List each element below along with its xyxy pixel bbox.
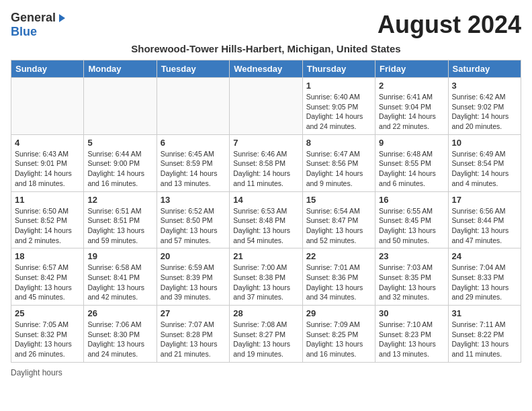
weekday-header-saturday: Saturday (448, 60, 521, 78)
calendar-cell: 19Sunrise: 6:58 AM Sunset: 8:41 PM Dayli… (84, 248, 157, 306)
day-detail: Sunrise: 7:08 AM Sunset: 8:27 PM Dayligh… (233, 320, 298, 359)
day-detail: Sunrise: 6:52 AM Sunset: 8:50 PM Dayligh… (161, 206, 226, 246)
calendar-cell: 20Sunrise: 6:59 AM Sunset: 8:39 PM Dayli… (157, 248, 229, 306)
calendar-cell: 3Sunrise: 6:42 AM Sunset: 9:02 PM Daylig… (448, 78, 521, 135)
day-detail: Sunrise: 6:41 AM Sunset: 9:04 PM Dayligh… (379, 92, 444, 132)
calendar-cell (230, 78, 302, 135)
day-detail: Sunrise: 6:50 AM Sunset: 8:52 PM Dayligh… (15, 206, 80, 246)
day-detail: Sunrise: 7:10 AM Sunset: 8:23 PM Dayligh… (379, 320, 444, 359)
day-detail: Sunrise: 7:07 AM Sunset: 8:28 PM Dayligh… (161, 320, 226, 359)
calendar-cell (84, 78, 157, 135)
day-detail: Sunrise: 6:43 AM Sunset: 9:01 PM Dayligh… (15, 149, 80, 189)
calendar-cell: 21Sunrise: 7:00 AM Sunset: 8:38 PM Dayli… (230, 248, 302, 306)
calendar-week-4: 18Sunrise: 6:57 AM Sunset: 8:42 PM Dayli… (11, 248, 521, 306)
day-number: 18 (15, 251, 80, 261)
day-detail: Sunrise: 6:49 AM Sunset: 8:54 PM Dayligh… (452, 149, 517, 189)
calendar-week-1: 1Sunrise: 6:40 AM Sunset: 9:05 PM Daylig… (11, 78, 521, 135)
day-detail: Sunrise: 6:59 AM Sunset: 8:39 PM Dayligh… (161, 263, 226, 302)
day-number: 6 (161, 138, 226, 148)
calendar-cell: 11Sunrise: 6:50 AM Sunset: 8:52 PM Dayli… (11, 191, 84, 248)
day-number: 5 (87, 138, 152, 148)
day-detail: Sunrise: 6:44 AM Sunset: 9:00 PM Dayligh… (87, 149, 152, 189)
day-detail: Sunrise: 7:05 AM Sunset: 8:32 PM Dayligh… (15, 320, 80, 359)
logo-blue-text: Blue (11, 25, 37, 39)
day-detail: Sunrise: 6:56 AM Sunset: 8:44 PM Dayligh… (452, 206, 517, 246)
calendar-cell: 16Sunrise: 6:55 AM Sunset: 8:45 PM Dayli… (375, 191, 448, 248)
day-detail: Sunrise: 6:58 AM Sunset: 8:41 PM Dayligh… (87, 263, 152, 302)
calendar-week-3: 11Sunrise: 6:50 AM Sunset: 8:52 PM Dayli… (11, 191, 521, 248)
calendar-cell: 14Sunrise: 6:53 AM Sunset: 8:48 PM Dayli… (230, 191, 302, 248)
weekday-header-friday: Friday (375, 60, 448, 78)
day-detail: Sunrise: 6:45 AM Sunset: 8:59 PM Dayligh… (161, 149, 226, 189)
day-number: 31 (452, 308, 517, 318)
day-detail: Sunrise: 6:47 AM Sunset: 8:56 PM Dayligh… (306, 149, 371, 189)
calendar-cell: 28Sunrise: 7:08 AM Sunset: 8:27 PM Dayli… (230, 306, 302, 363)
day-detail: Sunrise: 6:48 AM Sunset: 8:55 PM Dayligh… (379, 149, 444, 189)
day-detail: Sunrise: 6:46 AM Sunset: 8:58 PM Dayligh… (233, 149, 298, 189)
calendar-cell: 2Sunrise: 6:41 AM Sunset: 9:04 PM Daylig… (375, 78, 448, 135)
calendar-cell: 4Sunrise: 6:43 AM Sunset: 9:01 PM Daylig… (11, 134, 84, 191)
calendar-cell: 10Sunrise: 6:49 AM Sunset: 8:54 PM Dayli… (448, 134, 521, 191)
calendar-cell: 18Sunrise: 6:57 AM Sunset: 8:42 PM Dayli… (11, 248, 84, 306)
day-detail: Sunrise: 6:51 AM Sunset: 8:51 PM Dayligh… (87, 206, 152, 246)
calendar-cell: 13Sunrise: 6:52 AM Sunset: 8:50 PM Dayli… (157, 191, 229, 248)
calendar-cell: 17Sunrise: 6:56 AM Sunset: 8:44 PM Dayli… (448, 191, 521, 248)
weekday-header-sunday: Sunday (11, 60, 84, 78)
weekday-header-thursday: Thursday (302, 60, 375, 78)
calendar-cell: 30Sunrise: 7:10 AM Sunset: 8:23 PM Dayli… (375, 306, 448, 363)
footer-note: Daylight hours (11, 368, 521, 377)
day-number: 15 (306, 195, 371, 205)
logo-flag-icon (59, 14, 65, 22)
day-detail: Sunrise: 7:09 AM Sunset: 8:25 PM Dayligh… (306, 320, 371, 359)
day-number: 14 (233, 195, 298, 205)
day-detail: Sunrise: 7:00 AM Sunset: 8:38 PM Dayligh… (233, 263, 298, 302)
calendar-cell: 26Sunrise: 7:06 AM Sunset: 8:30 PM Dayli… (84, 306, 157, 363)
calendar-cell: 5Sunrise: 6:44 AM Sunset: 9:00 PM Daylig… (84, 134, 157, 191)
day-number: 8 (306, 138, 371, 148)
day-number: 13 (161, 195, 226, 205)
calendar-cell: 25Sunrise: 7:05 AM Sunset: 8:32 PM Dayli… (11, 306, 84, 363)
day-number: 1 (306, 81, 371, 91)
calendar-cell: 15Sunrise: 6:54 AM Sunset: 8:47 PM Dayli… (302, 191, 375, 248)
day-number: 4 (15, 138, 80, 148)
day-number: 27 (161, 308, 226, 318)
calendar-cell: 22Sunrise: 7:01 AM Sunset: 8:36 PM Dayli… (302, 248, 375, 306)
calendar-table: SundayMondayTuesdayWednesdayThursdayFrid… (11, 60, 521, 363)
day-number: 23 (379, 251, 444, 261)
calendar-cell (157, 78, 229, 135)
day-number: 21 (233, 251, 298, 261)
day-number: 24 (452, 251, 517, 261)
calendar-cell: 31Sunrise: 7:11 AM Sunset: 8:22 PM Dayli… (448, 306, 521, 363)
day-number: 2 (379, 81, 444, 91)
day-number: 10 (452, 138, 517, 148)
day-detail: Sunrise: 7:11 AM Sunset: 8:22 PM Dayligh… (452, 320, 517, 359)
day-number: 29 (306, 308, 371, 318)
calendar-cell: 24Sunrise: 7:04 AM Sunset: 8:33 PM Dayli… (448, 248, 521, 306)
calendar-cell: 1Sunrise: 6:40 AM Sunset: 9:05 PM Daylig… (302, 78, 375, 135)
calendar-cell: 9Sunrise: 6:48 AM Sunset: 8:55 PM Daylig… (375, 134, 448, 191)
logo: General Blue (11, 11, 65, 39)
weekday-header-wednesday: Wednesday (230, 60, 302, 78)
calendar-cell: 12Sunrise: 6:51 AM Sunset: 8:51 PM Dayli… (84, 191, 157, 248)
logo-general-text: General (11, 11, 56, 25)
day-number: 12 (87, 195, 152, 205)
calendar-week-5: 25Sunrise: 7:05 AM Sunset: 8:32 PM Dayli… (11, 306, 521, 363)
day-number: 16 (379, 195, 444, 205)
day-detail: Sunrise: 7:01 AM Sunset: 8:36 PM Dayligh… (306, 263, 371, 302)
calendar-cell: 27Sunrise: 7:07 AM Sunset: 8:28 PM Dayli… (157, 306, 229, 363)
calendar-cell: 29Sunrise: 7:09 AM Sunset: 8:25 PM Dayli… (302, 306, 375, 363)
calendar-cell: 6Sunrise: 6:45 AM Sunset: 8:59 PM Daylig… (157, 134, 229, 191)
day-detail: Sunrise: 6:57 AM Sunset: 8:42 PM Dayligh… (15, 263, 80, 302)
calendar-cell: 8Sunrise: 6:47 AM Sunset: 8:56 PM Daylig… (302, 134, 375, 191)
day-number: 19 (87, 251, 152, 261)
weekday-header-monday: Monday (84, 60, 157, 78)
day-number: 28 (233, 308, 298, 318)
day-detail: Sunrise: 6:55 AM Sunset: 8:45 PM Dayligh… (379, 206, 444, 246)
day-number: 3 (452, 81, 517, 91)
day-number: 26 (87, 308, 152, 318)
daylight-hours-label: Daylight hours (11, 368, 62, 377)
calendar-cell (11, 78, 84, 135)
day-number: 20 (161, 251, 226, 261)
day-detail: Sunrise: 7:04 AM Sunset: 8:33 PM Dayligh… (452, 263, 517, 302)
day-detail: Sunrise: 6:54 AM Sunset: 8:47 PM Dayligh… (306, 206, 371, 246)
